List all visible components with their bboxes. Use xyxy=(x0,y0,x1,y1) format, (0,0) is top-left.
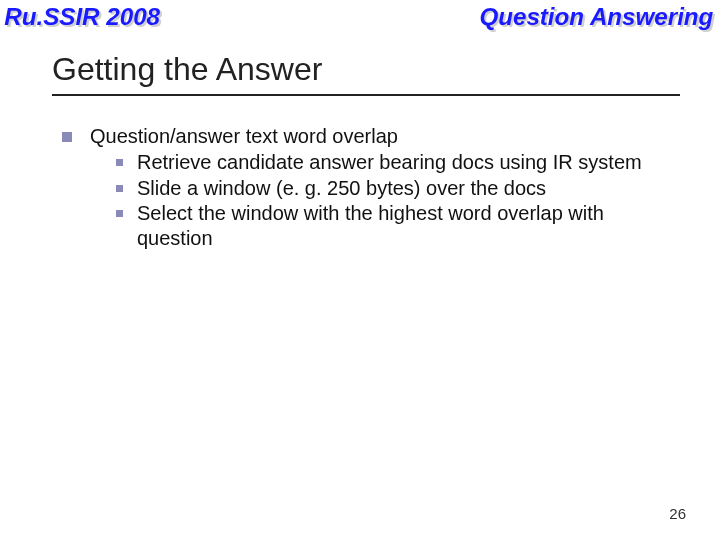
bullet-level1: Question/answer text word overlap Retrie… xyxy=(62,124,678,251)
square-bullet-icon xyxy=(116,210,123,217)
bullet-level2: Select the window with the highest word … xyxy=(116,201,678,250)
bullet-level2: Slide a window (e. g. 250 bytes) over th… xyxy=(116,176,678,200)
square-bullet-icon xyxy=(62,132,72,142)
page-number: 26 xyxy=(669,505,686,522)
bullet-level2-text: Select the window with the highest word … xyxy=(137,201,678,250)
bullet-level1-body: Question/answer text word overlap Retrie… xyxy=(90,124,678,251)
square-bullet-icon xyxy=(116,185,123,192)
bullet-level2-text: Retrieve candidate answer bearing docs u… xyxy=(137,150,678,174)
bullet-level2: Retrieve candidate answer bearing docs u… xyxy=(116,150,678,174)
header-bar: Ru.SSIR 2008 Question Answering xyxy=(0,0,720,31)
square-bullet-icon xyxy=(116,159,123,166)
slide-title: Getting the Answer xyxy=(52,51,720,94)
title-rule xyxy=(52,94,680,96)
header-left-logo: Ru.SSIR 2008 xyxy=(4,4,160,31)
bullet-level2-text: Slide a window (e. g. 250 bytes) over th… xyxy=(137,176,678,200)
header-right-logo: Question Answering xyxy=(480,4,714,31)
slide-content: Question/answer text word overlap Retrie… xyxy=(62,124,678,251)
bullet-level1-text: Question/answer text word overlap xyxy=(90,125,398,147)
bullet-level2-list: Retrieve candidate answer bearing docs u… xyxy=(116,150,678,250)
